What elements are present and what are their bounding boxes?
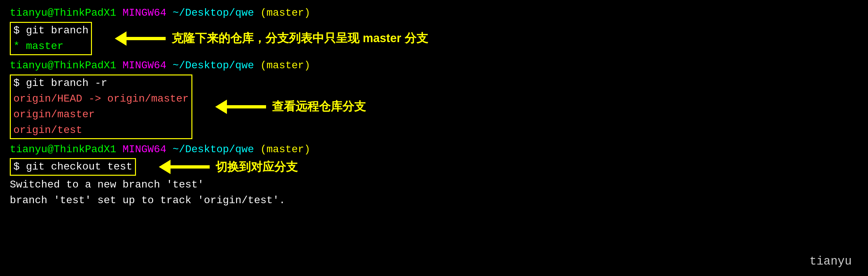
annotation-3: 切换到对应分支 — [159, 159, 298, 175]
output-3-1: Switched to a new branch 'test' — [10, 177, 858, 193]
cmd-1: $ git branch — [13, 23, 88, 38]
prompt-3: tianyu@ThinkPadX1 MINGW64 ~/Desktop/qwe … — [10, 142, 858, 157]
prompt-info-2: MINGW64 — [123, 59, 166, 72]
annotation-text-3: 切换到对应分支 — [216, 159, 298, 175]
arrowshaft-3 — [170, 165, 210, 169]
annotation-2: 查看远程仓库分支 — [215, 99, 366, 115]
prompt-info-3: MINGW64 — [123, 143, 166, 156]
cmd-row-1: $ git branch * master 克隆下来的仓库，分支列表中只呈现 m… — [10, 22, 858, 55]
arrowhead-3 — [159, 160, 170, 174]
arrowhead-1 — [115, 31, 126, 46]
arrow-2 — [215, 100, 266, 114]
prompt-branch-3: (master) — [260, 143, 310, 156]
cmd-row-2: $ git branch -r origin/HEAD -> origin/ma… — [10, 75, 858, 139]
cmd-box-2: $ git branch -r origin/HEAD -> origin/ma… — [10, 75, 192, 139]
section-2: tianyu@ThinkPadX1 MINGW64 ~/Desktop/qwe … — [10, 58, 858, 139]
terminal-window: tianyu@ThinkPadX1 MINGW64 ~/Desktop/qwe … — [0, 0, 868, 276]
output-1-1: * master — [13, 38, 88, 54]
prompt-user-1: tianyu@ThinkPadX1 — [10, 7, 116, 19]
arrow-1 — [115, 31, 166, 46]
cmd-box-1: $ git branch * master — [10, 22, 92, 55]
output-3-2: branch 'test' set up to track 'origin/te… — [10, 193, 858, 209]
cmd-3: $ git checkout test — [13, 159, 132, 175]
prompt-user-2: tianyu@ThinkPadX1 — [10, 59, 116, 72]
section-1: tianyu@ThinkPadX1 MINGW64 ~/Desktop/qwe … — [10, 6, 858, 55]
watermark: tianyu — [809, 255, 852, 268]
arrowshaft-2 — [227, 105, 266, 108]
prompt-2: tianyu@ThinkPadX1 MINGW64 ~/Desktop/qwe … — [10, 58, 858, 73]
cmd-2: $ git branch -r — [13, 76, 189, 91]
arrowhead-2 — [215, 100, 227, 114]
output-2-3: origin/test — [13, 122, 189, 138]
prompt-1: tianyu@ThinkPadX1 MINGW64 ~/Desktop/qwe … — [10, 6, 858, 21]
annotation-text-1: 克隆下来的仓库，分支列表中只呈现 master 分支 — [172, 30, 428, 46]
prompt-path-1: ~/Desktop/qwe — [173, 7, 254, 19]
prompt-user-3: tianyu@ThinkPadX1 — [10, 143, 116, 156]
prompt-branch-1: (master) — [260, 7, 310, 19]
arrow-3 — [159, 160, 210, 174]
cmd-box-3: $ git checkout test — [10, 158, 136, 176]
annotation-text-2: 查看远程仓库分支 — [272, 99, 366, 115]
prompt-path-3: ~/Desktop/qwe — [173, 143, 254, 156]
arrowshaft-1 — [126, 37, 166, 40]
prompt-info-1: MINGW64 — [123, 7, 166, 19]
prompt-branch-2: (master) — [260, 59, 310, 72]
prompt-path-2: ~/Desktop/qwe — [173, 59, 254, 72]
cmd-row-3: $ git checkout test 切换到对应分支 — [10, 158, 858, 176]
output-2-2: origin/master — [13, 107, 189, 122]
annotation-1: 克隆下来的仓库，分支列表中只呈现 master 分支 — [115, 30, 428, 46]
section-3: tianyu@ThinkPadX1 MINGW64 ~/Desktop/qwe … — [10, 142, 858, 209]
output-2-1: origin/HEAD -> origin/master — [13, 91, 189, 107]
